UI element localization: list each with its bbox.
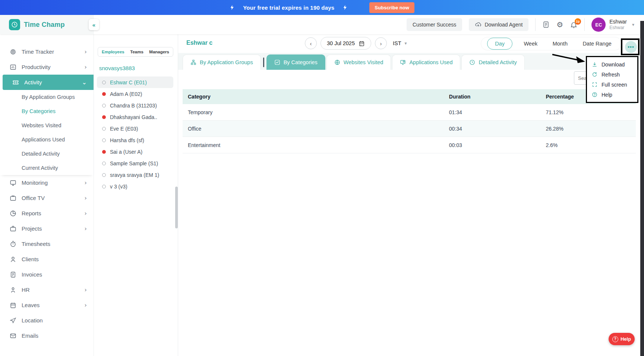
date-picker[interactable]: 30 Jul 2025 (321, 37, 371, 50)
tab-by-application-groups[interactable]: By Application Groups (183, 54, 261, 70)
divider (535, 18, 536, 31)
chevron-right-icon: › (85, 210, 87, 217)
menu-item-help[interactable]: Help (587, 90, 637, 100)
sidebar-item-location[interactable]: Location (0, 313, 94, 328)
timer-icon (10, 49, 16, 55)
tab-teams[interactable]: Teams (130, 50, 143, 54)
employee-list-item[interactable]: Dhakshayani Gada.. (97, 111, 173, 123)
sidebar-collapse-button[interactable]: « (89, 19, 99, 30)
status-dot (102, 150, 106, 154)
activity-submenu: By Application Groups By Categories Webs… (0, 90, 94, 175)
employee-list-item[interactable]: Eve E (E03) (97, 123, 173, 134)
sidebar-item-invoices[interactable]: Invoices (0, 267, 94, 282)
employee-panel: Employees Teams Managers snovasys3883 Es… (94, 34, 178, 356)
refresh-icon (592, 72, 597, 77)
table-row[interactable]: Temporary 01:34 71.12% (183, 104, 636, 121)
employee-list-item[interactable]: sravya sravya (EM 1) (97, 169, 173, 181)
column-header-category[interactable]: Category (188, 94, 449, 100)
fullscreen-icon (592, 82, 597, 87)
chevron-down-icon: ⌄ (82, 79, 87, 86)
subnav-current-activity[interactable]: Current Activity (0, 161, 94, 175)
tab-detailed-activity[interactable]: Detailed Activity (461, 54, 524, 70)
menu-item-full-screen[interactable]: Full screen (587, 79, 637, 90)
subnav-websites-visited[interactable]: Websites Visited (0, 118, 94, 132)
customer-success-button[interactable]: Customer Success (407, 18, 462, 31)
tab-managers[interactable]: Managers (149, 50, 169, 54)
employee-list-item[interactable]: Chandra B (311203) (97, 100, 173, 111)
sidebar-item-monitoring[interactable]: Monitoring› (0, 175, 94, 190)
content-tabs: By Application Groups By Categories Webs… (178, 53, 640, 70)
employee-list-item[interactable]: Sai a (User A) (97, 146, 173, 157)
sidebar-item-timesheets[interactable]: Timesheets (0, 236, 94, 252)
panel-scrollbar-thumb[interactable] (175, 187, 178, 228)
range-tab-date-range[interactable]: Date Range (579, 41, 615, 47)
employee-list-item[interactable]: Harsha dfs (sf) (97, 134, 173, 146)
table-row[interactable]: Entertainment 00:03 2.6% (183, 137, 636, 153)
settings-button[interactable]: ⚙ (556, 20, 563, 29)
range-tab-month[interactable]: Month (549, 41, 571, 47)
lightning-icon (342, 4, 348, 11)
next-day-button[interactable]: › (375, 37, 387, 49)
column-header-duration[interactable]: Duration (449, 94, 546, 100)
menu-item-refresh[interactable]: Refresh (587, 69, 637, 79)
status-dot (102, 162, 106, 165)
subnav-applications-used[interactable]: Applications Used (0, 132, 94, 147)
chevron-right-icon: › (85, 302, 87, 309)
chevron-right-icon: › (85, 63, 87, 71)
user-icon (10, 287, 16, 293)
status-dot (102, 138, 106, 142)
globe-icon (334, 59, 340, 65)
sidebar-item-productivity[interactable]: Productivity› (0, 59, 94, 75)
sidebar-item-office-tv[interactable]: Office TV› (0, 190, 94, 206)
tab-applications-used[interactable]: Applications Used (392, 54, 460, 70)
employee-list-item[interactable]: v 3 (v3) (97, 181, 173, 192)
sidebar-item-time-tracker[interactable]: Time Tracker› (0, 44, 94, 59)
page-scrollbar[interactable] (640, 21, 644, 356)
status-dot (102, 173, 106, 177)
main-content: Eshwar c ‹ 30 Jul 2025 › IST ▾ Day Week … (178, 34, 640, 356)
user-menu[interactable]: EC Eshwar Eshwar ▾ (591, 18, 634, 32)
table-header-row: Category Duration Percentage (183, 89, 636, 104)
sidebar-item-leaves[interactable]: Leaves› (0, 297, 94, 313)
clock-icon (469, 59, 475, 65)
tab-by-categories[interactable]: By Categories (266, 54, 325, 70)
timezone-selector[interactable]: IST ▾ (393, 40, 407, 46)
calendar-icon (359, 40, 365, 47)
pie-chart-icon (10, 210, 16, 217)
download-agent-button[interactable]: Download Agent (469, 18, 528, 31)
subscribe-now-button[interactable]: Subscribe now (369, 2, 414, 13)
sidebar-item-emails[interactable]: Emails (0, 328, 94, 343)
trial-banner: Your free trial expires in 190 days Subs… (0, 0, 644, 15)
brand-name: Time Champ (24, 21, 65, 29)
sidebar-item-activity[interactable]: Activity⌄ (3, 75, 94, 90)
sidebar-item-clients[interactable]: Clients (0, 252, 94, 267)
range-tab-week[interactable]: Week (520, 41, 541, 47)
previous-day-button[interactable]: ‹ (305, 37, 317, 49)
sidebar-item-hr[interactable]: HR› (0, 282, 94, 297)
employee-list-item[interactable]: Eshwar C (E01) (97, 76, 173, 88)
sidebar-item-reports[interactable]: Reports› (0, 206, 94, 221)
sidebar-item-projects[interactable]: Projects› (0, 221, 94, 236)
notifications-button[interactable]: 10 (570, 21, 578, 29)
chevron-right-icon: › (85, 179, 87, 186)
search-row (178, 70, 640, 89)
employee-list-item[interactable]: Adam A (E02) (97, 88, 173, 100)
tab-websites-visited[interactable]: Websites Visited (326, 54, 391, 70)
chevron-right-icon: › (85, 48, 87, 55)
more-options-button[interactable]: ••• (625, 41, 637, 53)
stopwatch-icon (10, 241, 16, 247)
range-tab-day[interactable]: Day (487, 38, 512, 50)
help-floating-button[interactable]: ? Help (609, 333, 635, 345)
employee-list-item[interactable]: Sample Sample (S1) (97, 157, 173, 169)
notes-button[interactable] (542, 21, 550, 28)
status-dot (102, 115, 106, 119)
table-row[interactable]: Office 00:34 26.28% (183, 121, 636, 137)
calendar-icon (10, 302, 16, 309)
tab-employees[interactable]: Employees (102, 50, 124, 54)
date-navigation: ‹ 30 Jul 2025 › IST ▾ (305, 37, 407, 50)
employee-group-label[interactable]: snovasys3883 (99, 65, 178, 71)
subnav-by-categories[interactable]: By Categories (0, 104, 94, 118)
subnav-by-application-groups[interactable]: By Application Groups (0, 90, 94, 104)
subnav-detailed-activity[interactable]: Detailed Activity (0, 147, 94, 161)
menu-item-download[interactable]: Download (587, 59, 637, 69)
